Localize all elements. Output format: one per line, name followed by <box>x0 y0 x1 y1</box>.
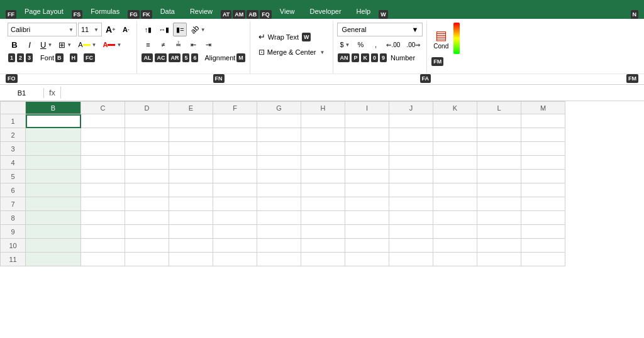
underline-button[interactable]: U ▼ <box>38 38 55 52</box>
cell[interactable] <box>521 197 565 211</box>
cell[interactable] <box>125 183 169 197</box>
grid-container[interactable]: B C D E F G H I J K L M 1234567 <box>0 101 644 338</box>
cell[interactable] <box>389 211 433 225</box>
cell[interactable] <box>477 239 521 253</box>
cell[interactable] <box>81 197 125 211</box>
cell[interactable] <box>125 170 169 183</box>
cell[interactable] <box>257 239 301 253</box>
cell[interactable] <box>213 239 257 253</box>
cell[interactable] <box>345 225 389 239</box>
cell[interactable] <box>521 211 565 225</box>
cell[interactable] <box>257 211 301 225</box>
cell[interactable] <box>389 156 433 170</box>
fill-color-button[interactable]: A ▼ <box>75 38 99 52</box>
row-header-8[interactable]: 8 <box>1 211 26 225</box>
font-name-dropdown[interactable]: Calibri ▼ <box>8 23 77 36</box>
cell[interactable] <box>433 142 477 156</box>
wrap-text-button[interactable]: ↵ Wrap Text W <box>255 30 328 43</box>
cell[interactable] <box>521 142 565 156</box>
cell[interactable] <box>26 156 81 170</box>
cell[interactable] <box>301 253 345 266</box>
cell[interactable] <box>301 142 345 156</box>
cell[interactable] <box>345 170 389 183</box>
cell[interactable] <box>213 142 257 156</box>
font-shrink-button[interactable]: A- <box>119 23 133 36</box>
cell[interactable] <box>81 239 125 253</box>
cell[interactable] <box>389 183 433 197</box>
cell[interactable] <box>433 170 477 183</box>
row-header-5[interactable]: 5 <box>1 170 26 183</box>
cell[interactable] <box>301 170 345 183</box>
cell[interactable] <box>521 156 565 170</box>
cell[interactable] <box>213 170 257 183</box>
cell[interactable] <box>125 156 169 170</box>
cell[interactable] <box>26 211 81 225</box>
cell[interactable] <box>125 225 169 239</box>
cell[interactable] <box>389 170 433 183</box>
cell[interactable] <box>81 183 125 197</box>
row-header-11[interactable]: 11 <box>1 253 26 266</box>
align-bottom-button[interactable]: ▮= <box>173 23 187 36</box>
cell[interactable] <box>477 142 521 156</box>
cell[interactable] <box>213 197 257 211</box>
cell[interactable] <box>81 170 125 183</box>
row-header-7[interactable]: 7 <box>1 197 26 211</box>
align-middle-button[interactable]: ↔▮ <box>156 23 172 36</box>
cell[interactable] <box>433 128 477 142</box>
currency-button[interactable]: $▼ <box>337 38 352 52</box>
percent-button[interactable]: % <box>353 38 367 52</box>
cell[interactable] <box>213 183 257 197</box>
row-header-3[interactable]: 3 <box>1 142 26 156</box>
cell[interactable] <box>477 183 521 197</box>
cell[interactable] <box>125 253 169 266</box>
cell[interactable] <box>433 156 477 170</box>
row-header-9[interactable]: 9 <box>1 225 26 239</box>
cell[interactable] <box>169 114 213 128</box>
cell[interactable] <box>257 183 301 197</box>
tab-data[interactable]: Data <box>153 4 182 19</box>
row-header-6[interactable]: 6 <box>1 183 26 197</box>
cell[interactable] <box>26 142 81 156</box>
cell[interactable] <box>26 128 81 142</box>
cell[interactable] <box>433 211 477 225</box>
cell[interactable] <box>389 253 433 266</box>
col-header-L[interactable]: L <box>477 102 521 114</box>
cell[interactable] <box>433 225 477 239</box>
cell[interactable] <box>169 128 213 142</box>
cell[interactable] <box>477 128 521 142</box>
cell[interactable] <box>433 183 477 197</box>
cell[interactable] <box>345 183 389 197</box>
col-header-K[interactable]: K <box>433 102 477 114</box>
cell[interactable] <box>26 239 81 253</box>
tab-review[interactable]: Review <box>182 4 220 19</box>
cell[interactable] <box>125 128 169 142</box>
cell[interactable] <box>433 114 477 128</box>
cell[interactable] <box>257 156 301 170</box>
cell[interactable] <box>213 128 257 142</box>
cell[interactable] <box>169 142 213 156</box>
cell[interactable] <box>26 253 81 266</box>
cell[interactable] <box>433 253 477 266</box>
increase-decimal-button[interactable]: .00⇒ <box>404 38 423 52</box>
cell[interactable] <box>301 225 345 239</box>
formula-input[interactable] <box>61 88 644 98</box>
cell[interactable] <box>477 156 521 170</box>
cell[interactable] <box>477 225 521 239</box>
cell[interactable] <box>521 225 565 239</box>
cell[interactable] <box>345 114 389 128</box>
decrease-indent-button[interactable]: ⇤ <box>186 38 200 52</box>
cell[interactable] <box>389 225 433 239</box>
cell[interactable] <box>477 197 521 211</box>
cell[interactable] <box>345 239 389 253</box>
cell[interactable] <box>81 156 125 170</box>
cell[interactable] <box>301 183 345 197</box>
cell[interactable] <box>169 239 213 253</box>
cond-format-button[interactable]: ▤ Cond <box>431 23 451 54</box>
cell[interactable] <box>477 253 521 266</box>
cell[interactable] <box>301 128 345 142</box>
cell[interactable] <box>26 170 81 183</box>
cell[interactable] <box>169 197 213 211</box>
cell[interactable] <box>125 142 169 156</box>
cell[interactable] <box>477 114 521 128</box>
cell[interactable] <box>477 211 521 225</box>
